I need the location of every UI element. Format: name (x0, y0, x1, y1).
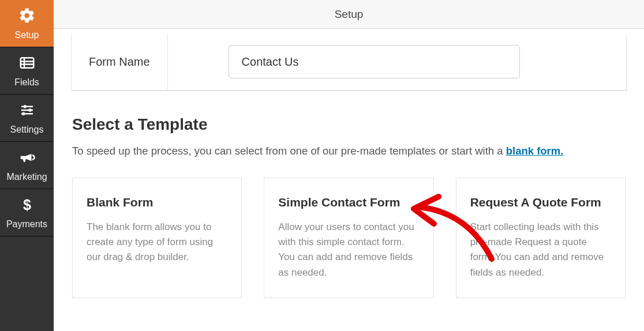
svg-point-9 (22, 112, 25, 115)
template-card-title: Simple Contact Form (278, 195, 419, 209)
sidebar-item-label: Payments (6, 219, 47, 230)
form-name-input[interactable] (229, 45, 520, 78)
template-card-request-quote[interactable]: Request A Quote Form Start collecting le… (456, 178, 626, 298)
template-card-title: Request A Quote Form (470, 195, 611, 209)
template-card-desc: Allow your users to contact you with thi… (278, 220, 419, 280)
svg-point-5 (23, 105, 27, 108)
form-name-label: Form Name (72, 35, 168, 89)
page-title: Setup (335, 8, 364, 21)
sidebar: Setup Fields Settings Marketing $ Paymen… (0, 0, 54, 331)
sidebar-item-marketing[interactable]: Marketing (0, 142, 54, 189)
list-icon (18, 54, 36, 74)
template-card-desc: The blank form allows you to create any … (87, 220, 227, 265)
sliders-icon (18, 101, 36, 121)
gear-icon (18, 7, 36, 27)
template-card-blank[interactable]: Blank Form The blank form allows you to … (72, 178, 242, 298)
sidebar-item-setup[interactable]: Setup (0, 0, 54, 47)
sidebar-item-fields[interactable]: Fields (0, 47, 54, 95)
sidebar-item-label: Fields (14, 77, 39, 88)
template-card-simple-contact[interactable]: Simple Contact Form Allow your users to … (264, 178, 433, 298)
sidebar-item-settings[interactable]: Settings (0, 95, 54, 142)
sidebar-item-label: Marketing (6, 172, 47, 182)
svg-point-7 (28, 108, 32, 112)
top-bar: Setup (54, 0, 644, 29)
template-intro: To speed up the process, you can select … (72, 143, 626, 159)
setup-panel: Form Name (71, 33, 627, 91)
template-section: Select a Template To speed up the proces… (72, 91, 626, 309)
blank-form-link[interactable]: blank form. (506, 145, 564, 157)
sidebar-item-label: Settings (10, 125, 44, 135)
sidebar-item-payments[interactable]: $ Payments (0, 189, 54, 236)
template-card-desc: Start collecting leads with this pre-mad… (470, 220, 611, 280)
svg-rect-0 (20, 58, 33, 68)
dollar-icon: $ (18, 196, 36, 216)
form-name-row: Form Name (72, 33, 626, 91)
sidebar-item-label: Setup (15, 30, 39, 40)
template-card-title: Blank Form (87, 195, 227, 209)
template-heading: Select a Template (72, 115, 626, 134)
template-intro-text: To speed up the process, you can select … (72, 145, 506, 157)
bullhorn-icon (18, 149, 36, 168)
svg-text:$: $ (23, 196, 31, 212)
